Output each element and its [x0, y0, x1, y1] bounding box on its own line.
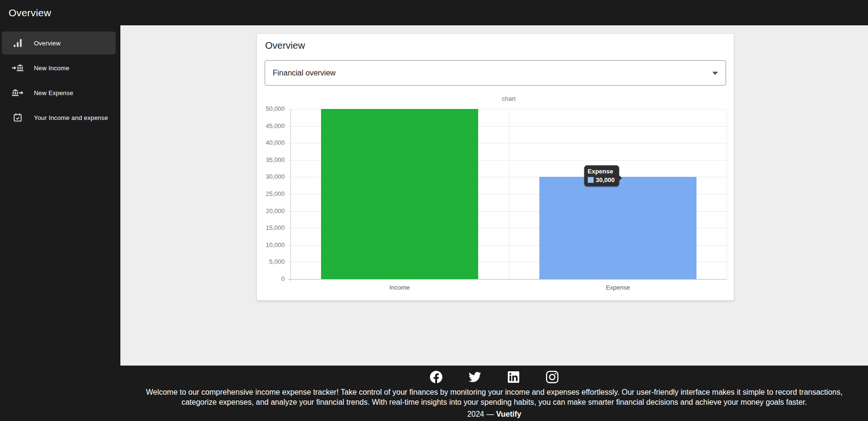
- bank-transfer-in-icon: [11, 62, 24, 74]
- y-axis-label: 35,000: [256, 156, 285, 163]
- y-axis-label: 45,000: [256, 122, 285, 130]
- y-axis-label: 30,000: [256, 173, 285, 180]
- chart-bar-icon: [11, 37, 24, 49]
- tooltip-swatch: [588, 177, 594, 183]
- facebook-link[interactable]: [430, 370, 443, 383]
- y-axis-label: 50,000: [256, 105, 285, 112]
- y-axis-label: 5,000: [256, 258, 285, 265]
- twitter-link[interactable]: [469, 370, 482, 383]
- sidebar-item-label: New Income: [34, 65, 69, 72]
- sidebar-item-label: Overview: [34, 40, 61, 47]
- financial-overview-select[interactable]: Financial overview: [265, 60, 726, 86]
- y-axis-label: 0: [256, 275, 285, 282]
- bar-income[interactable]: [321, 109, 478, 279]
- calendar-check-icon: [11, 112, 24, 123]
- chevron-down-icon: [712, 72, 718, 75]
- chart-tooltip: Expense 30,000: [584, 165, 619, 186]
- v-gridline: [727, 109, 727, 281]
- select-value: Financial overview: [273, 61, 336, 85]
- y-axis-label: 10,000: [256, 241, 285, 248]
- chart-title: chart: [290, 95, 727, 102]
- footer-copyright: 2024 — Vuetify: [128, 410, 860, 419]
- footer-separator: —: [486, 410, 494, 418]
- footer-year: 2024: [467, 410, 484, 418]
- chart-plot: Expense 30,000 05,00010,00015,00020,0002…: [290, 109, 727, 279]
- sidebar-item-label: New Expense: [34, 89, 73, 97]
- overview-card: Overview Financial overview chart Expens…: [257, 33, 734, 301]
- sidebar-item-new-income[interactable]: New Income: [2, 56, 116, 79]
- tooltip-series-name: Expense: [588, 168, 615, 175]
- v-gridline: [290, 109, 291, 281]
- y-axis-label: 15,000: [256, 224, 285, 231]
- footer-brand: Vuetify: [496, 410, 521, 418]
- app-header: Overview: [0, 0, 868, 25]
- sidebar-item-label: Your Income and expense: [34, 114, 108, 121]
- sidebar-item-your-income-and-expense[interactable]: Your Income and expense: [2, 106, 116, 129]
- page-title: Overview: [9, 0, 51, 25]
- bank-transfer-out-icon: [11, 87, 24, 98]
- instagram-icon: [546, 371, 558, 383]
- footer-about-text: Welcome to our comprehensive income expe…: [128, 387, 860, 407]
- v-gridline: [509, 109, 509, 281]
- x-axis-label: Income: [290, 284, 509, 291]
- y-axis-label: 20,000: [256, 207, 285, 215]
- main-content: Overview Financial overview chart Expens…: [120, 25, 868, 366]
- sidebar-item-new-expense[interactable]: New Expense: [2, 81, 116, 104]
- y-axis-label: 25,000: [256, 190, 285, 197]
- instagram-link[interactable]: [546, 370, 559, 383]
- app-footer: Welcome to our comprehensive income expe…: [0, 366, 868, 421]
- y-axis-label: 40,000: [256, 139, 285, 146]
- linkedin-icon: [508, 371, 519, 383]
- linkedin-link[interactable]: [507, 370, 520, 383]
- chart: chart Expense 30,000 05,00010,00015,0002…: [265, 91, 727, 293]
- sidebar: Overview New Income: [0, 25, 120, 366]
- social-links: [128, 370, 860, 383]
- tooltip-value: 30,000: [596, 176, 615, 184]
- gridline: [288, 279, 727, 280]
- bar-expense[interactable]: [539, 177, 697, 279]
- sidebar-item-overview[interactable]: Overview: [2, 32, 116, 54]
- x-axis-label: Expense: [509, 284, 727, 291]
- card-title: Overview: [265, 40, 305, 51]
- twitter-icon: [469, 371, 481, 383]
- facebook-icon: [430, 371, 442, 383]
